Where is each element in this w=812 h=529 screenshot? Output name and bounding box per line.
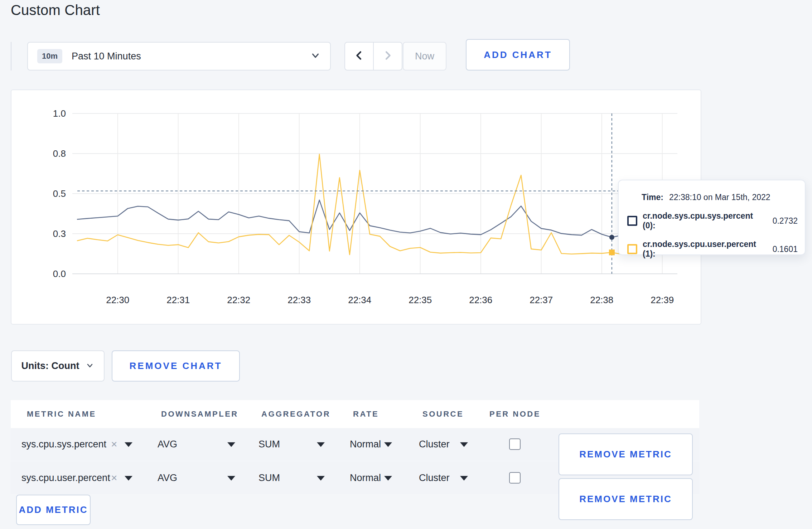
dropdown-arrow-icon[interactable] <box>460 442 468 447</box>
dropdown-arrow-icon[interactable] <box>384 442 392 447</box>
time-window-label: Past 10 Minutes <box>72 51 141 62</box>
chevron-left-icon <box>353 50 365 63</box>
chevron-down-icon <box>86 361 94 371</box>
metric-name-select[interactable]: sys.cpu.sys.percent <box>21 439 106 450</box>
dropdown-arrow-icon[interactable] <box>125 442 132 447</box>
per-node-checkbox[interactable] <box>509 472 521 484</box>
tooltip-series-user-value: 0.1601 <box>773 244 798 254</box>
chart-tooltip: Time: 22:38:10 on Mar 15th, 2022 cr.node… <box>618 180 806 255</box>
tooltip-series-sys-name: cr.node.sys.cpu.sys.percent (0): <box>643 211 767 230</box>
tooltip-series-sys-value: 0.2732 <box>773 216 798 226</box>
dropdown-arrow-icon[interactable] <box>227 476 235 481</box>
time-window-badge: 10m <box>37 49 62 63</box>
remove-metric-button[interactable]: REMOVE METRIC <box>559 433 693 475</box>
next-range-button[interactable] <box>373 43 402 70</box>
add-metric-button[interactable]: ADD METRIC <box>16 495 91 525</box>
aggregator-select[interactable]: SUM <box>258 439 280 450</box>
toolbar-divider <box>11 42 11 71</box>
page-title: Custom Chart <box>11 2 100 18</box>
metrics-table-header: METRIC NAME DOWNSAMPLER AGGREGATOR RATE … <box>11 400 699 428</box>
tooltip-time-label: Time: <box>642 193 663 202</box>
svg-text:22:39: 22:39 <box>651 295 674 305</box>
svg-text:22:33: 22:33 <box>287 295 311 305</box>
now-button[interactable]: Now <box>403 42 446 71</box>
column-header-metric-name: METRIC NAME <box>27 409 96 419</box>
downsampler-select[interactable]: AVG <box>158 439 177 450</box>
per-node-checkbox[interactable] <box>509 438 521 450</box>
source-select[interactable]: Cluster <box>419 472 450 484</box>
dropdown-arrow-icon[interactable] <box>460 476 468 481</box>
column-header-rate: RATE <box>353 409 379 419</box>
dropdown-arrow-icon[interactable] <box>125 476 132 481</box>
add-chart-button[interactable]: ADD CHART <box>466 39 570 71</box>
svg-text:22:31: 22:31 <box>166 295 190 305</box>
aggregator-select[interactable]: SUM <box>258 472 280 484</box>
svg-text:22:30: 22:30 <box>106 295 129 305</box>
dropdown-arrow-icon[interactable] <box>384 476 392 481</box>
clear-metric-icon[interactable]: × <box>111 472 117 484</box>
remove-metric-button[interactable]: REMOVE METRIC <box>559 478 693 520</box>
svg-text:0.3: 0.3 <box>53 228 66 239</box>
series-user-swatch-icon <box>627 244 637 254</box>
remove-chart-button[interactable]: REMOVE CHART <box>112 350 240 382</box>
dropdown-arrow-icon[interactable] <box>317 476 325 481</box>
rate-select[interactable]: Normal <box>350 439 381 450</box>
dropdown-arrow-icon[interactable] <box>227 442 235 447</box>
previous-range-button[interactable] <box>345 43 373 70</box>
time-range-arrows <box>344 42 402 71</box>
svg-text:22:35: 22:35 <box>409 295 432 305</box>
column-header-aggregator: AGGREGATOR <box>261 409 330 419</box>
column-header-per-node: PER NODE <box>489 409 541 419</box>
dropdown-arrow-icon[interactable] <box>317 442 325 447</box>
svg-text:22:34: 22:34 <box>348 295 371 305</box>
time-window-select[interactable]: 10m Past 10 Minutes <box>27 42 331 71</box>
downsampler-select[interactable]: AVG <box>158 472 177 484</box>
units-select[interactable]: Units: Count <box>11 350 105 382</box>
clear-metric-icon[interactable]: × <box>111 438 117 450</box>
svg-text:1.0: 1.0 <box>53 108 66 119</box>
svg-text:0.8: 0.8 <box>53 148 66 159</box>
metric-name-select[interactable]: sys.cpu.user.percent <box>21 472 110 484</box>
source-select[interactable]: Cluster <box>419 439 450 450</box>
chevron-right-icon <box>382 50 393 63</box>
svg-text:0.0: 0.0 <box>53 268 66 279</box>
svg-text:0.5: 0.5 <box>53 188 66 199</box>
chevron-down-icon <box>310 50 321 62</box>
svg-text:22:32: 22:32 <box>227 295 250 305</box>
chart-card: 22:3022:3122:3222:3322:3422:3522:3622:37… <box>11 89 701 325</box>
tooltip-series-user-name: cr.node.sys.cpu.user.percent (1): <box>643 239 767 259</box>
units-select-label: Units: Count <box>21 360 79 372</box>
timeseries-chart[interactable]: 22:3022:3122:3222:3322:3422:3522:3622:37… <box>11 90 701 324</box>
column-header-downsampler: DOWNSAMPLER <box>161 409 238 419</box>
svg-text:22:37: 22:37 <box>530 295 553 305</box>
column-header-source: SOURCE <box>422 409 464 419</box>
tooltip-time-value: 22:38:10 on Mar 15th, 2022 <box>669 193 770 202</box>
svg-text:22:38: 22:38 <box>590 295 613 305</box>
svg-text:22:36: 22:36 <box>469 295 492 305</box>
series-sys-swatch-icon <box>627 216 637 226</box>
rate-select[interactable]: Normal <box>350 472 381 484</box>
